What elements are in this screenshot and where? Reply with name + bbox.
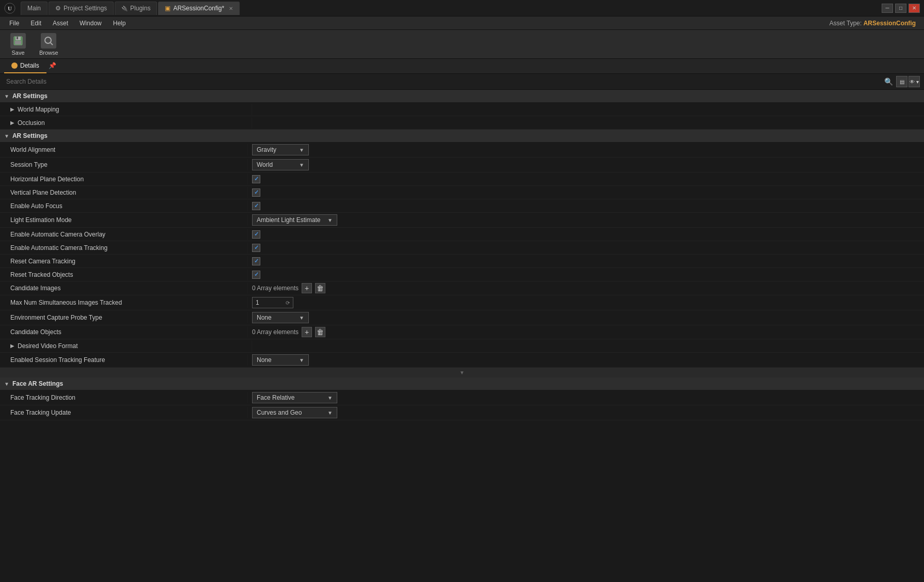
candidate-objects-remove-button[interactable]: 🗑 <box>315 327 325 337</box>
view-buttons: ▤ 👁 ▾ <box>896 76 920 87</box>
candidate-images-remove-button[interactable]: 🗑 <box>315 283 325 293</box>
enabled-session-tracking-selected: None <box>257 356 272 364</box>
world-mapping-value <box>252 108 924 111</box>
ar-settings-main-arrow-icon: ▼ <box>4 133 9 139</box>
session-type-selected: World <box>257 161 273 168</box>
occlusion-label: ▶ Occlusion <box>4 117 252 129</box>
horizontal-plane-label: Horizontal Plane Detection <box>0 174 248 185</box>
close-button[interactable]: ✕ <box>909 4 920 13</box>
candidate-objects-row: Candidate Objects 0 Array elements + 🗑 <box>0 325 924 339</box>
ar-settings-top-arrow-icon: ▼ <box>4 93 9 99</box>
desired-video-format-arrow-icon: ▶ <box>10 343 14 349</box>
scroll-indicator: ▼ <box>0 368 924 377</box>
desired-video-format-label: ▶ Desired Video Format <box>4 340 252 352</box>
tab-ar-session-config[interactable]: ▣ ARSessionConfig* ✕ <box>158 2 240 15</box>
num-spin-icon[interactable]: ⟳ <box>286 300 290 306</box>
desired-video-format-value <box>252 344 924 348</box>
session-type-row: Session Type World ▼ <box>0 158 924 172</box>
camera-overlay-row: Enable Automatic Camera Overlay <box>0 228 924 241</box>
vertical-plane-label: Vertical Plane Detection <box>0 187 248 198</box>
reset-camera-value <box>248 256 924 267</box>
save-button[interactable]: Save <box>6 31 30 58</box>
candidate-objects-label: Candidate Objects <box>0 326 248 338</box>
camera-overlay-checkbox[interactable] <box>252 230 260 239</box>
tab-project-settings-icon: ⚙ <box>55 5 61 12</box>
tab-plugins-label: Plugins <box>130 5 150 12</box>
browse-label: Browse <box>39 50 58 56</box>
menu-file[interactable]: File <box>4 18 24 28</box>
menu-asset[interactable]: Asset <box>48 18 73 28</box>
ar-settings-main-header[interactable]: ▼ AR Settings <box>0 130 924 143</box>
light-estimation-dropdown[interactable]: Ambient Light Estimate ▼ <box>252 214 337 226</box>
session-type-dropdown[interactable]: World ▼ <box>252 159 309 170</box>
search-icon[interactable]: 🔍 <box>884 77 893 86</box>
camera-overlay-value <box>248 229 924 240</box>
face-ar-settings-header[interactable]: ▼ Face AR Settings <box>0 377 924 390</box>
candidate-objects-count: 0 Array elements <box>252 328 299 336</box>
world-alignment-dropdown[interactable]: Gravity ▼ <box>252 144 309 155</box>
max-num-images-value: 1 ⟳ <box>248 295 924 310</box>
face-tracking-update-row: Face Tracking Update Curves and Geo ▼ <box>0 405 924 420</box>
face-tracking-update-dropdown[interactable]: Curves and Geo ▼ <box>252 407 337 418</box>
tab-main[interactable]: Main <box>21 2 48 15</box>
auto-focus-value <box>248 200 924 212</box>
session-type-label: Session Type <box>0 159 248 170</box>
camera-tracking-checkbox[interactable] <box>252 244 260 252</box>
camera-tracking-row: Enable Automatic Camera Tracking <box>0 241 924 255</box>
enabled-session-tracking-dropdown[interactable]: None ▼ <box>252 354 309 366</box>
max-num-images-input[interactable]: 1 ⟳ <box>252 297 293 308</box>
details-tab[interactable]: Details <box>4 59 46 73</box>
minimize-button[interactable]: ─ <box>882 4 893 13</box>
tab-ar-close-icon[interactable]: ✕ <box>229 6 233 11</box>
face-tracking-direction-dropdown[interactable]: Face Relative ▼ <box>252 392 337 403</box>
tab-ar-icon: ▣ <box>165 5 170 12</box>
max-num-images-label: Max Num Simultaneous Images Tracked <box>0 297 248 308</box>
enabled-session-tracking-row: Enabled Session Tracking Feature None ▼ <box>0 353 924 368</box>
candidate-objects-add-button[interactable]: + <box>302 327 312 337</box>
light-estimation-row: Light Estimation Mode Ambient Light Esti… <box>0 213 924 228</box>
world-mapping-row[interactable]: ▶ World Mapping <box>0 103 924 116</box>
asset-type-label: Asset Type: ARSessionConfig <box>829 20 920 27</box>
auto-focus-checkbox[interactable] <box>252 202 260 210</box>
details-tab-icon <box>11 62 18 69</box>
pin-button[interactable]: 📌 <box>49 59 57 72</box>
menu-edit[interactable]: Edit <box>25 18 46 28</box>
env-capture-row: Environment Capture Probe Type None ▼ <box>0 310 924 325</box>
occlusion-row[interactable]: ▶ Occlusion <box>0 116 924 130</box>
candidate-objects-value: 0 Array elements + 🗑 <box>248 325 924 339</box>
reset-tracked-value <box>248 269 924 280</box>
svg-rect-4 <box>15 41 21 44</box>
tab-project-settings[interactable]: ⚙ Project Settings <box>49 2 114 15</box>
env-capture-dropdown[interactable]: None ▼ <box>252 312 309 323</box>
face-tracking-update-label: Face Tracking Update <box>0 407 248 418</box>
desired-video-format-row[interactable]: ▶ Desired Video Format <box>0 339 924 353</box>
candidate-images-add-button[interactable]: + <box>302 283 312 293</box>
occlusion-value <box>252 121 924 124</box>
tab-plugins[interactable]: 🔌 Plugins <box>115 2 157 15</box>
light-estimation-selected: Ambient Light Estimate <box>257 216 320 224</box>
world-alignment-selected: Gravity <box>257 146 276 153</box>
env-capture-selected: None <box>257 314 272 321</box>
menu-window[interactable]: Window <box>74 18 107 28</box>
ar-settings-top-header[interactable]: ▼ AR Settings <box>0 90 924 103</box>
list-view-button[interactable]: ▤ <box>896 76 907 87</box>
horizontal-plane-checkbox[interactable] <box>252 175 260 183</box>
eye-button[interactable]: 👁 ▾ <box>909 76 920 87</box>
reset-tracked-checkbox[interactable] <box>252 271 260 279</box>
content-area: ▼ AR Settings ▶ World Mapping ▶ Occlusio… <box>0 90 924 420</box>
reset-camera-checkbox[interactable] <box>252 257 260 265</box>
search-bar: 🔍 ▤ 👁 ▾ <box>0 74 924 90</box>
details-tab-label: Details <box>20 62 39 69</box>
face-tracking-update-dropdown-arrow-icon: ▼ <box>327 410 333 416</box>
vertical-plane-checkbox[interactable] <box>252 188 260 197</box>
maximize-button[interactable]: □ <box>895 4 906 13</box>
enabled-session-tracking-value: None ▼ <box>248 353 924 367</box>
search-input[interactable] <box>4 77 881 86</box>
svg-point-6 <box>45 37 51 43</box>
details-tab-bar: Details 📌 <box>0 59 924 74</box>
tab-plugins-icon: 🔌 <box>121 6 128 11</box>
camera-tracking-label: Enable Automatic Camera Tracking <box>0 242 248 254</box>
vertical-plane-value <box>248 187 924 198</box>
browse-button[interactable]: Browse <box>35 31 62 58</box>
menu-help[interactable]: Help <box>108 18 131 28</box>
